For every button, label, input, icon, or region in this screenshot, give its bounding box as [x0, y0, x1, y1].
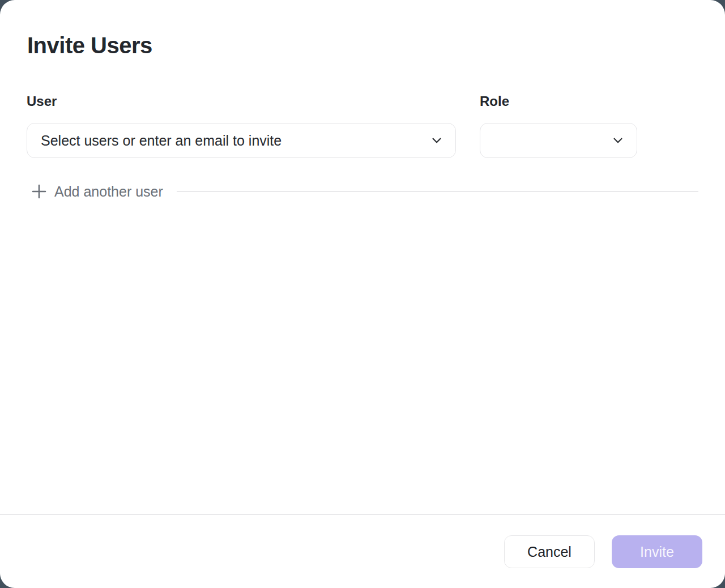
add-another-user-button[interactable]: Add another user [27, 182, 163, 201]
user-select[interactable]: Select users or enter an email to invite [27, 123, 456, 158]
invite-button[interactable]: Invite [612, 535, 702, 568]
role-field-label: Role [480, 92, 637, 110]
invite-users-modal: Invite Users User Select users or enter … [0, 0, 725, 588]
chevron-down-icon [612, 134, 624, 147]
add-user-divider [177, 191, 698, 192]
invite-form-row: User Select users or enter an email to i… [27, 92, 698, 158]
modal-footer: Cancel Invite [0, 515, 725, 588]
role-field: Role [480, 92, 637, 158]
plus-icon [31, 184, 47, 199]
cancel-button[interactable]: Cancel [504, 535, 595, 568]
role-select[interactable] [480, 123, 637, 158]
add-another-user-label: Add another user [54, 182, 163, 201]
chevron-down-icon [430, 134, 443, 147]
user-select-placeholder: Select users or enter an email to invite [41, 133, 282, 149]
user-field-label: User [27, 92, 456, 110]
modal-title: Invite Users [27, 31, 698, 59]
user-field: User Select users or enter an email to i… [27, 92, 456, 158]
add-user-row: Add another user [27, 182, 698, 201]
